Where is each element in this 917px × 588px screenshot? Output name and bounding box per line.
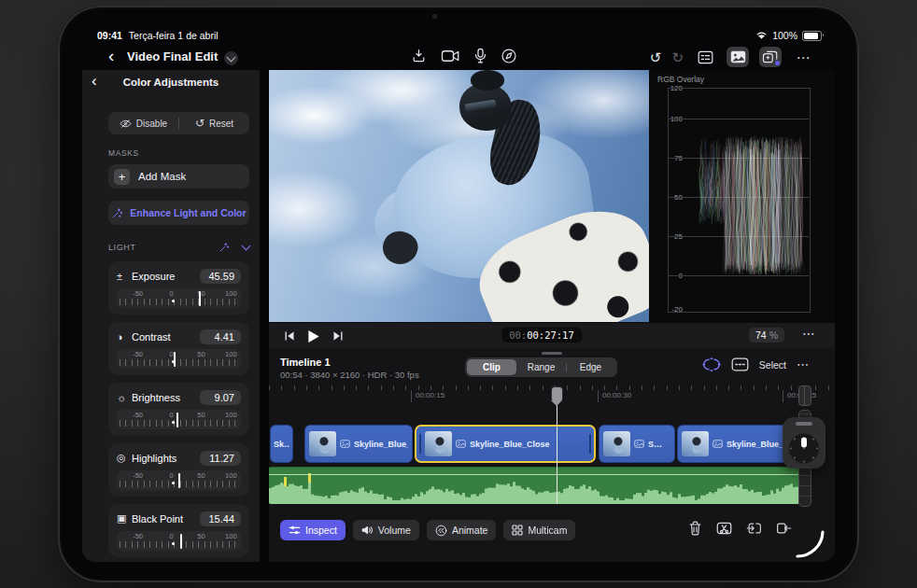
tape-tick-label: 100 <box>225 350 237 358</box>
viewer-more-icon[interactable]: ⋯ <box>802 326 816 341</box>
redo-icon: ↻ <box>671 50 684 64</box>
disable-reset-group: Disable ↺ Reset <box>108 112 249 134</box>
ipad-screen: 09:41 Terça-feira 1 de abril 100% ‹ Vide… <box>82 26 835 562</box>
clip-thumbnail <box>309 431 336 456</box>
multicam-button[interactable]: Multicam <box>503 520 575 540</box>
volume-button[interactable]: Volume <box>353 520 419 540</box>
enhance-light-color-button[interactable]: Enhance Light and Color <box>108 201 249 225</box>
clip-overview-icon[interactable] <box>731 357 749 371</box>
more-options-icon[interactable]: ⋯ <box>792 47 814 67</box>
overwrite-clip-icon[interactable] <box>776 521 792 536</box>
timeline-clip-selected[interactable]: Skyline_Blue_Close <box>415 425 596 463</box>
add-mask-button[interactable]: + Add Mask <box>108 164 249 189</box>
exposure-slider[interactable]: -50050100 <box>117 288 241 308</box>
eye-off-icon <box>120 119 132 129</box>
highlights-value[interactable]: 11.27 <box>200 451 241 466</box>
reset-button[interactable]: ↺ Reset <box>179 112 249 134</box>
tape-tick-label: 0 <box>169 411 173 419</box>
magnetic-timeline-icon[interactable] <box>702 357 721 371</box>
contrast-value[interactable]: 4.41 <box>200 329 241 344</box>
battery-icon <box>802 31 822 41</box>
audio-waveform <box>269 467 799 504</box>
black-point-icon: ▣ <box>117 512 132 525</box>
viewer-zoom-level[interactable]: 74% <box>749 328 784 343</box>
timeline-clip[interactable]: Sk… <box>270 425 293 463</box>
edit-mode-segmented-control: Clip Range Edge <box>465 357 617 377</box>
clip-thumbnail <box>603 431 630 456</box>
ruler-label: 00:00:30 <box>598 390 631 402</box>
trash-icon[interactable] <box>688 521 702 536</box>
disable-button[interactable]: Disable <box>108 112 178 134</box>
undo-icon[interactable]: ↺ <box>650 50 662 64</box>
timeline-name[interactable]: Timeline 1 <box>280 357 331 368</box>
highlights-slider[interactable]: -50050100 <box>117 470 241 490</box>
front-camera <box>432 14 437 19</box>
contrast-icon: ◑ <box>117 331 132 343</box>
brightness-slider[interactable]: -50050100 <box>117 410 241 429</box>
video-track: Sk… Skyline_Blue_Wide Skyline_Blue_Close <box>269 425 835 463</box>
adjust-card-exposure: ± Exposure 45.59 -50050100 <box>108 261 249 315</box>
record-video-icon[interactable] <box>441 49 460 63</box>
light-section-header[interactable]: LIGHT <box>108 241 249 254</box>
magic-wand-icon <box>111 207 123 219</box>
mode-range[interactable]: Range <box>516 359 566 375</box>
masks-section-label: MASKS <box>108 148 249 158</box>
exposure-value[interactable]: 45.59 <box>200 269 241 284</box>
timeline-drag-handle[interactable] <box>542 352 562 355</box>
slider-current-value-marker[interactable] <box>178 473 180 488</box>
tape-tick-label: -50 <box>133 471 143 480</box>
black-point-slider[interactable]: -50050100 <box>117 531 241 551</box>
microphone-icon[interactable] <box>474 48 487 64</box>
select-button[interactable]: Select <box>759 359 786 371</box>
timecode-display[interactable]: 00:00:27:17 <box>501 328 582 343</box>
inspect-button[interactable]: Inspect <box>280 520 346 540</box>
timeline-clip[interactable]: Skyline_Blue_Backgrou <box>677 425 797 463</box>
tape-tick-label: 0 <box>169 471 173 480</box>
project-dropdown-button[interactable] <box>224 51 238 65</box>
slider-current-value-marker[interactable] <box>176 413 178 427</box>
pencil-tool-icon[interactable] <box>501 48 517 64</box>
project-title[interactable]: Video Final Edit <box>127 49 218 63</box>
insert-clip-icon[interactable] <box>746 521 762 536</box>
brightness-value[interactable]: 9.07 <box>200 390 241 405</box>
title-bar: ‹ Video Final Edit ↺ ↻ <box>82 45 835 70</box>
blade-cut-icon[interactable] <box>716 521 732 536</box>
photo-icon <box>634 440 644 448</box>
import-media-icon[interactable] <box>411 48 427 64</box>
popover-grab-handle[interactable] <box>796 422 812 426</box>
black-point-value[interactable]: 15.44 <box>200 511 241 526</box>
tape-tick-label: 50 <box>197 411 205 419</box>
exposure-icon: ± <box>117 271 132 282</box>
status-date: Terça-feira 1 de abril <box>129 30 219 41</box>
viewer-video-preview[interactable] <box>269 70 649 322</box>
media-panel-icon[interactable] <box>727 47 749 67</box>
slider-current-value-marker[interactable] <box>199 291 201 306</box>
tape-tick-label: -50 <box>133 532 143 540</box>
skip-back-icon[interactable] <box>284 330 295 342</box>
collapse-chevron-icon[interactable] <box>242 242 251 251</box>
effects-panel-icon[interactable] <box>759 47 782 67</box>
back-chevron-icon[interactable]: ‹ <box>108 46 114 66</box>
skip-forward-icon[interactable] <box>332 330 344 342</box>
timeline-clip[interactable]: Skyline_Blue_Wide <box>304 425 413 463</box>
inspect-sliders-icon <box>289 525 301 536</box>
audio-track[interactable] <box>269 467 799 504</box>
tape-tick-label: 0 <box>169 350 173 358</box>
auto-enhance-wand-icon[interactable] <box>219 242 230 253</box>
play-button-icon[interactable] <box>307 329 320 343</box>
animate-button[interactable]: Animate <box>427 520 497 540</box>
timeline-clip[interactable]: S… <box>599 425 675 463</box>
mode-edge[interactable]: Edge <box>566 359 615 375</box>
status-bar: 09:41 Terça-feira 1 de abril 100% <box>82 26 835 45</box>
multicam-grid-icon <box>512 525 523 536</box>
contrast-slider[interactable]: -50050100 <box>117 349 241 369</box>
jog-dial[interactable] <box>789 433 819 463</box>
playhead-handle[interactable] <box>551 386 563 400</box>
scope-title: RGB Overlay <box>657 75 704 84</box>
timeline-more-icon[interactable]: ⋯ <box>797 358 809 371</box>
jog-dial-popover[interactable] <box>783 417 825 469</box>
browser-panel-icon[interactable] <box>694 47 716 67</box>
wifi-icon <box>755 31 768 40</box>
mode-clip[interactable]: Clip <box>467 359 516 375</box>
panel-title: Color Adjustments <box>82 77 260 88</box>
